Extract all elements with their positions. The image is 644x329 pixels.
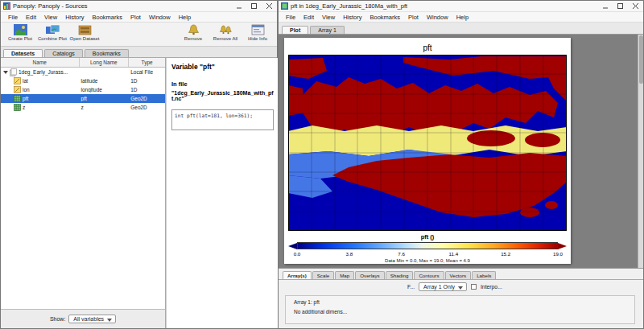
tab-map[interactable]: Map	[335, 271, 354, 279]
dataset-file-icon	[10, 68, 17, 76]
toolbar-right-group: Remove Remove All Hide Info	[177, 24, 274, 41]
menu-plot[interactable]: Plot	[126, 14, 145, 21]
variable-type: Geo2D	[129, 105, 165, 110]
variable-type: 1D	[129, 87, 165, 93]
menu-help[interactable]: Help	[175, 14, 195, 21]
menu-window[interactable]: Window	[145, 14, 175, 21]
dataset-name: 1deg_Early_Jurass...	[19, 69, 68, 75]
sources-window: Panoply: Panoply - Sources File Edit Vie…	[0, 0, 278, 329]
table-row-pft-selected[interactable]: pft pft Geo2D	[1, 94, 165, 103]
settings-tabbar: Array(s) Scale Map Overlays Shading Cont…	[279, 269, 643, 279]
open-dataset-icon	[78, 24, 92, 35]
hide-info-button[interactable]: Hide Info	[242, 24, 274, 41]
window-title: pft in 1deg_Early_Jurassic_180Ma_with_pf…	[291, 2, 407, 10]
menu-edit[interactable]: Edit	[22, 14, 40, 21]
dataset-table: Name Long Name Type 1deg_Early_Jurass...…	[1, 58, 166, 328]
maximize-button[interactable]	[246, 1, 262, 11]
tab-scale[interactable]: Scale	[312, 271, 334, 279]
open-dataset-button[interactable]: Open Dataset	[68, 24, 101, 41]
menu-view[interactable]: View	[40, 14, 61, 21]
plot-settings-panel: Array(s) Scale Map Overlays Shading Cont…	[279, 268, 643, 328]
table-header: Name Long Name Type	[1, 58, 165, 68]
tab-vectors[interactable]: Vectors	[445, 271, 472, 279]
tab-contours[interactable]: Contours	[414, 271, 444, 279]
tick-label: 11.4	[449, 251, 459, 257]
in-file-label: In file	[171, 80, 274, 88]
variable-info-title: Variable "pft"	[171, 63, 274, 71]
tick-label: 0.0	[294, 251, 301, 257]
plot-vertical-scrollbar[interactable]	[638, 35, 643, 268]
column-header-name[interactable]: Name	[1, 58, 80, 67]
combine-plot-button[interactable]: Combine Plot	[36, 24, 68, 41]
tab-catalogs[interactable]: Catalogs	[44, 49, 83, 57]
hide-info-icon	[251, 24, 265, 35]
show-label: Show:	[50, 316, 65, 322]
menu-help[interactable]: Help	[452, 14, 473, 21]
menu-bookmarks[interactable]: Bookmarks	[366, 14, 405, 21]
menu-view[interactable]: View	[318, 14, 339, 21]
colorbar-label: pft ()	[284, 233, 571, 241]
table-row-dataset[interactable]: 1deg_Early_Jurass... Local File	[1, 68, 165, 76]
pft-world-map	[288, 55, 567, 231]
table-footer: Show: All variables	[1, 309, 165, 328]
table-row-lon[interactable]: lon longitude 1D	[1, 85, 165, 94]
variable-long-name: latitude	[80, 78, 130, 84]
table-row-lat[interactable]: lat latitude 1D	[1, 76, 165, 85]
tab-plot[interactable]: Plot	[282, 26, 308, 34]
remove-all-button[interactable]: Remove All	[209, 24, 242, 41]
interpolate-checkbox[interactable]	[471, 284, 477, 290]
menu-history[interactable]: History	[61, 14, 88, 21]
panoply-app-icon	[3, 2, 10, 10]
sources-main: Name Long Name Type 1deg_Early_Jurass...…	[1, 58, 279, 328]
variable-1d-icon	[14, 77, 21, 84]
minimize-button[interactable]	[231, 1, 246, 11]
close-button[interactable]	[262, 1, 277, 11]
array-mode-dropdown[interactable]: Array 1 Only	[419, 282, 467, 291]
menu-plot[interactable]: Plot	[404, 14, 423, 21]
column-header-type[interactable]: Type	[129, 58, 165, 67]
array-info-box: Array 1: pft No additional dimens...	[285, 295, 635, 324]
colorbar-ticks: 0.0 3.8 7.6 11.4 15.2 19.0	[297, 251, 558, 257]
expand-triangle-icon[interactable]	[3, 71, 8, 74]
create-plot-button[interactable]: Create Plot	[4, 24, 36, 41]
remove-button[interactable]: Remove	[177, 24, 209, 41]
colorbar	[288, 242, 567, 249]
variable-long-name: z	[80, 105, 130, 110]
column-header-long-name[interactable]: Long Name	[80, 58, 130, 67]
variable-name: lon	[23, 87, 30, 93]
table-row-z[interactable]: z z Geo2D	[1, 103, 165, 112]
tab-overlays[interactable]: Overlays	[355, 271, 384, 279]
variable-geo2d-icon	[14, 104, 21, 111]
window-controls	[231, 1, 277, 11]
menu-edit[interactable]: Edit	[299, 14, 318, 21]
variable-long-name: pft	[80, 96, 130, 101]
window-controls	[597, 1, 643, 11]
tab-array-1[interactable]: Array 1	[310, 26, 345, 34]
plot-titlebar: pft in 1deg_Early_Jurassic_180Ma_with_pf…	[279, 1, 643, 12]
plot-title: pft	[284, 43, 571, 52]
menu-file[interactable]: File	[4, 14, 22, 21]
tab-shading[interactable]: Shading	[386, 271, 414, 279]
tab-arrays[interactable]: Array(s)	[283, 271, 312, 279]
close-button[interactable]	[628, 1, 643, 11]
table-rows: 1deg_Early_Jurass... Local File lat lati…	[1, 68, 165, 309]
menu-window[interactable]: Window	[423, 14, 452, 21]
file-name: "1deg_Early_Jurassic_180Ma_with_pft.nc"	[171, 90, 274, 101]
plot-window-icon	[281, 2, 288, 10]
array-info-line1: Array 1: pft	[294, 299, 626, 305]
array-info-line2: No additional dimens...	[294, 309, 626, 315]
show-variables-dropdown[interactable]: All variables	[68, 315, 116, 323]
variable-type: Geo2D	[129, 96, 165, 101]
menu-file[interactable]: File	[282, 14, 299, 21]
minimize-button[interactable]	[597, 1, 613, 11]
tab-datasets[interactable]: Datasets	[3, 49, 43, 57]
tab-labels[interactable]: Labels	[472, 271, 496, 279]
sources-titlebar: Panoply: Panoply - Sources	[1, 1, 277, 12]
hide-info-label: Hide Info	[248, 36, 267, 41]
window-title: Panoply: Panoply - Sources	[13, 2, 88, 10]
menu-history[interactable]: History	[339, 14, 365, 21]
menu-bookmarks[interactable]: Bookmarks	[89, 14, 127, 21]
create-plot-label: Create Plot	[8, 36, 32, 41]
maximize-button[interactable]	[613, 1, 628, 11]
tab-bookmarks[interactable]: Bookmarks	[85, 49, 129, 57]
